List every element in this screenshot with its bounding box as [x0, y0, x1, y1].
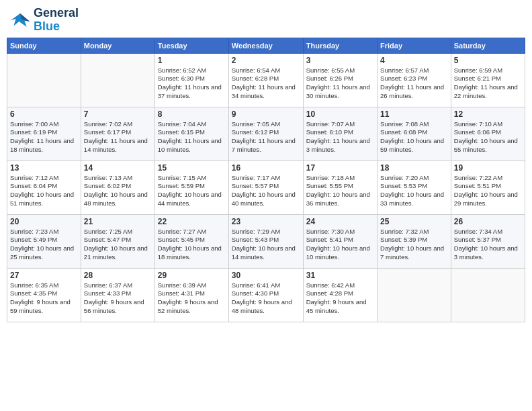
day-info: Sunrise: 7:00 AMSunset: 6:19 PMDaylight:… — [10, 120, 78, 154]
weekday-header-friday: Friday — [378, 38, 451, 53]
weekday-header-saturday: Saturday — [451, 38, 525, 53]
calendar-cell: 14 Sunrise: 7:13 AMSunset: 6:02 PMDaylig… — [81, 161, 154, 214]
day-number: 8 — [158, 109, 226, 119]
calendar-cell: 27 Sunrise: 6:35 AMSunset: 4:35 PMDaylig… — [7, 268, 81, 322]
calendar-cell: 4 Sunrise: 6:57 AMSunset: 6:23 PMDayligh… — [378, 53, 451, 107]
day-info: Sunrise: 7:13 AMSunset: 6:02 PMDaylight:… — [84, 174, 152, 208]
calendar-cell: 7 Sunrise: 7:02 AMSunset: 6:17 PMDayligh… — [81, 107, 154, 161]
day-number: 7 — [84, 109, 152, 119]
calendar-cell — [378, 268, 451, 322]
calendar-cell: 28 Sunrise: 6:37 AMSunset: 4:33 PMDaylig… — [81, 268, 154, 322]
logo-icon — [9, 11, 31, 30]
day-number: 18 — [380, 163, 448, 173]
weekday-header-thursday: Thursday — [303, 38, 377, 53]
day-info: Sunrise: 7:07 AMSunset: 6:10 PMDaylight:… — [306, 120, 374, 154]
day-info: Sunrise: 7:29 AMSunset: 5:43 PMDaylight:… — [232, 228, 300, 262]
day-number: 2 — [232, 56, 300, 65]
calendar-cell — [81, 53, 154, 107]
day-number: 29 — [158, 271, 226, 280]
day-info: Sunrise: 7:23 AMSunset: 5:49 PMDaylight:… — [10, 228, 78, 262]
day-number: 1 — [158, 56, 226, 65]
calendar-cell: 8 Sunrise: 7:04 AMSunset: 6:15 PMDayligh… — [154, 107, 228, 161]
day-info: Sunrise: 6:41 AMSunset: 4:30 PMDaylight:… — [232, 281, 300, 316]
calendar-cell: 26 Sunrise: 7:34 AMSunset: 5:37 PMDaylig… — [451, 214, 525, 268]
calendar-cell: 24 Sunrise: 7:30 AMSunset: 5:41 PMDaylig… — [303, 214, 377, 268]
calendar-cell: 20 Sunrise: 7:23 AMSunset: 5:49 PMDaylig… — [7, 214, 81, 268]
day-number: 26 — [454, 217, 522, 226]
calendar-week-1: 1 Sunrise: 6:52 AMSunset: 6:30 PMDayligh… — [7, 53, 525, 107]
day-number: 10 — [306, 109, 374, 119]
day-number: 31 — [306, 271, 374, 280]
day-info: Sunrise: 6:54 AMSunset: 6:28 PMDaylight:… — [232, 66, 300, 101]
calendar-cell: 11 Sunrise: 7:08 AMSunset: 6:08 PMDaylig… — [378, 107, 451, 161]
calendar-cell: 30 Sunrise: 6:41 AMSunset: 4:30 PMDaylig… — [228, 268, 303, 322]
day-number: 30 — [232, 271, 300, 280]
day-info: Sunrise: 7:22 AMSunset: 5:51 PMDaylight:… — [454, 174, 522, 208]
day-info: Sunrise: 7:02 AMSunset: 6:17 PMDaylight:… — [84, 120, 152, 154]
calendar-cell — [451, 268, 525, 322]
day-number: 14 — [84, 163, 152, 173]
day-info: Sunrise: 7:05 AMSunset: 6:12 PMDaylight:… — [232, 120, 300, 154]
calendar-body: 1 Sunrise: 6:52 AMSunset: 6:30 PMDayligh… — [7, 53, 525, 322]
day-info: Sunrise: 7:10 AMSunset: 6:06 PMDaylight:… — [454, 120, 522, 154]
calendar-week-2: 6 Sunrise: 7:00 AMSunset: 6:19 PMDayligh… — [7, 107, 525, 161]
calendar-table: SundayMondayTuesdayWednesdayThursdayFrid… — [7, 38, 525, 322]
day-number: 20 — [10, 217, 78, 226]
calendar-cell: 5 Sunrise: 6:59 AMSunset: 6:21 PMDayligh… — [451, 53, 525, 107]
calendar-cell: 17 Sunrise: 7:18 AMSunset: 5:55 PMDaylig… — [303, 161, 377, 214]
logo: GeneralBlue — [9, 7, 79, 34]
day-number: 15 — [158, 163, 226, 173]
day-info: Sunrise: 6:42 AMSunset: 4:28 PMDaylight:… — [306, 281, 374, 316]
day-info: Sunrise: 7:08 AMSunset: 6:08 PMDaylight:… — [380, 120, 448, 154]
logo-text: GeneralBlue — [34, 7, 79, 34]
day-info: Sunrise: 7:25 AMSunset: 5:47 PMDaylight:… — [84, 228, 152, 262]
day-number: 3 — [306, 56, 374, 65]
day-number: 16 — [232, 163, 300, 173]
calendar-header-row: SundayMondayTuesdayWednesdayThursdayFrid… — [7, 38, 525, 53]
calendar-cell: 23 Sunrise: 7:29 AMSunset: 5:43 PMDaylig… — [228, 214, 303, 268]
calendar-cell — [7, 53, 81, 107]
day-number: 5 — [454, 56, 522, 65]
day-number: 17 — [306, 163, 374, 173]
day-number: 28 — [84, 271, 152, 280]
day-number: 4 — [380, 56, 448, 65]
day-info: Sunrise: 7:27 AMSunset: 5:45 PMDaylight:… — [158, 228, 226, 262]
calendar-cell: 18 Sunrise: 7:20 AMSunset: 5:53 PMDaylig… — [378, 161, 451, 214]
day-number: 6 — [10, 109, 78, 119]
day-info: Sunrise: 6:57 AMSunset: 6:23 PMDaylight:… — [380, 66, 448, 101]
day-number: 19 — [454, 163, 522, 173]
calendar-cell: 22 Sunrise: 7:27 AMSunset: 5:45 PMDaylig… — [154, 214, 228, 268]
calendar-cell: 12 Sunrise: 7:10 AMSunset: 6:06 PMDaylig… — [451, 107, 525, 161]
day-number: 25 — [380, 217, 448, 226]
day-number: 21 — [84, 217, 152, 226]
day-number: 23 — [232, 217, 300, 226]
day-info: Sunrise: 7:20 AMSunset: 5:53 PMDaylight:… — [380, 174, 448, 208]
calendar-cell: 3 Sunrise: 6:55 AMSunset: 6:26 PMDayligh… — [303, 53, 377, 107]
day-info: Sunrise: 7:34 AMSunset: 5:37 PMDaylight:… — [454, 228, 522, 262]
calendar-cell: 29 Sunrise: 6:39 AMSunset: 4:31 PMDaylig… — [154, 268, 228, 322]
calendar-cell: 9 Sunrise: 7:05 AMSunset: 6:12 PMDayligh… — [228, 107, 303, 161]
day-number: 13 — [10, 163, 78, 173]
day-number: 24 — [306, 217, 374, 226]
day-info: Sunrise: 7:12 AMSunset: 6:04 PMDaylight:… — [10, 174, 78, 208]
calendar-cell: 16 Sunrise: 7:17 AMSunset: 5:57 PMDaylig… — [228, 161, 303, 214]
day-info: Sunrise: 6:37 AMSunset: 4:33 PMDaylight:… — [84, 281, 152, 316]
day-info: Sunrise: 7:04 AMSunset: 6:15 PMDaylight:… — [158, 120, 226, 154]
day-info: Sunrise: 6:39 AMSunset: 4:31 PMDaylight:… — [158, 281, 226, 316]
calendar-cell: 21 Sunrise: 7:25 AMSunset: 5:47 PMDaylig… — [81, 214, 154, 268]
day-number: 12 — [454, 109, 522, 119]
day-info: Sunrise: 7:30 AMSunset: 5:41 PMDaylight:… — [306, 228, 374, 262]
day-info: Sunrise: 7:17 AMSunset: 5:57 PMDaylight:… — [232, 174, 300, 208]
day-number: 9 — [232, 109, 300, 119]
calendar-week-4: 20 Sunrise: 7:23 AMSunset: 5:49 PMDaylig… — [7, 214, 525, 268]
calendar-cell: 10 Sunrise: 7:07 AMSunset: 6:10 PMDaylig… — [303, 107, 377, 161]
day-info: Sunrise: 6:59 AMSunset: 6:21 PMDaylight:… — [454, 66, 522, 101]
calendar-cell: 2 Sunrise: 6:54 AMSunset: 6:28 PMDayligh… — [228, 53, 303, 107]
day-info: Sunrise: 7:32 AMSunset: 5:39 PMDaylight:… — [380, 228, 448, 262]
calendar-week-5: 27 Sunrise: 6:35 AMSunset: 4:35 PMDaylig… — [7, 268, 525, 322]
calendar-cell: 13 Sunrise: 7:12 AMSunset: 6:04 PMDaylig… — [7, 161, 81, 214]
weekday-header-monday: Monday — [81, 38, 154, 53]
calendar-cell: 15 Sunrise: 7:15 AMSunset: 5:59 PMDaylig… — [154, 161, 228, 214]
day-info: Sunrise: 6:52 AMSunset: 6:30 PMDaylight:… — [158, 66, 226, 101]
day-info: Sunrise: 7:18 AMSunset: 5:55 PMDaylight:… — [306, 174, 374, 208]
